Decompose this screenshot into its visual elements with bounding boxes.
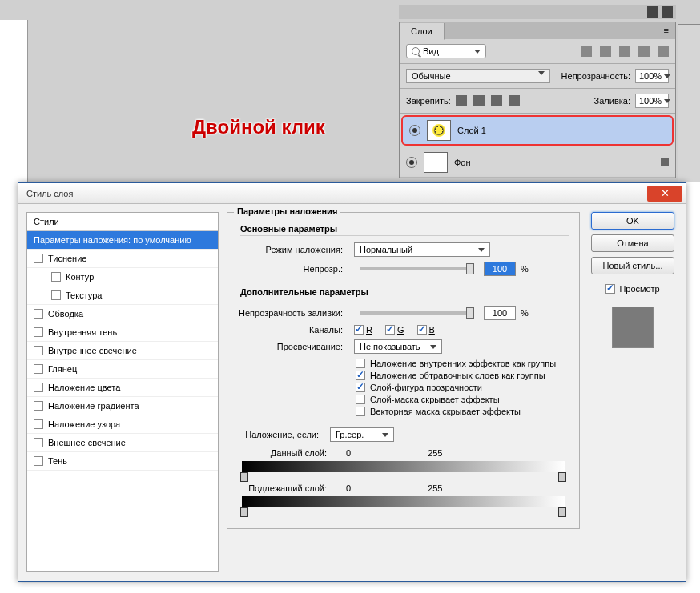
checkbox[interactable] bbox=[34, 456, 43, 466]
combo-value: Не показывать bbox=[360, 342, 420, 351]
layer-row[interactable]: Фон bbox=[400, 147, 675, 178]
style-item-inner-glow[interactable]: Внутреннее свечение bbox=[27, 342, 218, 360]
adv-check-0[interactable] bbox=[356, 359, 365, 368]
layers-tab[interactable]: Слои bbox=[400, 23, 445, 40]
lock-transparency-icon[interactable] bbox=[456, 95, 467, 106]
style-item-satin[interactable]: Глянец bbox=[27, 360, 218, 379]
this-layer-gradient[interactable] bbox=[242, 461, 565, 472]
opacity-slider[interactable] bbox=[360, 267, 473, 270]
new-style-button[interactable]: Новый стиль... bbox=[591, 257, 674, 274]
checkbox[interactable] bbox=[51, 272, 61, 282]
style-item-pattern-overlay[interactable]: Наложение узора bbox=[27, 415, 218, 434]
chevron-down-icon bbox=[538, 71, 545, 75]
layer-row-selected[interactable]: Слой 1 bbox=[401, 115, 674, 146]
search-icon bbox=[412, 47, 420, 55]
filter-smart-icon[interactable] bbox=[658, 46, 669, 57]
checkbox[interactable] bbox=[51, 290, 61, 300]
style-item-contour[interactable]: Контур bbox=[27, 268, 218, 286]
lock-all-icon[interactable] bbox=[509, 95, 520, 106]
opacity-input[interactable]: 100% bbox=[635, 69, 669, 83]
checkbox[interactable] bbox=[34, 364, 43, 374]
adv-check-label: Наложение внутренних эффектов как группы bbox=[370, 359, 556, 368]
style-item-drop-shadow[interactable]: Тень bbox=[27, 452, 218, 471]
adv-check-2[interactable] bbox=[356, 383, 365, 392]
gradient-stop-black[interactable] bbox=[240, 507, 248, 517]
fill-opacity-slider[interactable] bbox=[360, 311, 473, 315]
panel-top-icons bbox=[399, 5, 676, 19]
visibility-icon[interactable] bbox=[409, 125, 420, 136]
slider-thumb[interactable] bbox=[466, 263, 474, 274]
filter-shape-icon[interactable] bbox=[638, 46, 650, 57]
style-item-stroke[interactable]: Обводка bbox=[27, 305, 218, 323]
under-layer-gradient[interactable] bbox=[242, 496, 565, 507]
group-title: Параметры наложения bbox=[234, 206, 340, 216]
collapse-icon[interactable] bbox=[647, 6, 658, 18]
adv-check-label: Векторная маска скрывает эффекты bbox=[370, 407, 521, 416]
fill-input[interactable]: 100% bbox=[635, 94, 669, 108]
preview-swatch bbox=[612, 307, 654, 348]
layer-thumbnail[interactable] bbox=[424, 152, 448, 173]
panel-menu-icon[interactable]: ≡ bbox=[658, 22, 675, 39]
channel-g-checkbox[interactable] bbox=[385, 325, 395, 335]
checkbox[interactable] bbox=[34, 438, 43, 447]
style-item-inner-shadow[interactable]: Внутренняя тень bbox=[27, 323, 218, 342]
ok-button[interactable]: OK bbox=[591, 212, 674, 230]
gradient-stop-black[interactable] bbox=[240, 472, 248, 482]
adv-check-label: Наложение обтравочных слоев как группы bbox=[370, 371, 545, 380]
lock-pixels-icon[interactable] bbox=[473, 95, 485, 106]
channel-r-checkbox[interactable] bbox=[354, 325, 364, 335]
adv-check-1[interactable] bbox=[356, 371, 365, 380]
visibility-icon[interactable] bbox=[406, 157, 417, 168]
style-item-gradient-overlay[interactable]: Наложение градиента bbox=[27, 397, 218, 415]
checkbox[interactable] bbox=[34, 327, 43, 337]
gradient-stop-white[interactable] bbox=[558, 507, 566, 517]
channel-b-checkbox[interactable] bbox=[417, 325, 427, 335]
close-panel-icon[interactable] bbox=[662, 6, 673, 18]
cancel-button[interactable]: Отмена bbox=[591, 234, 674, 252]
blend-mode-label: Режим наложения: bbox=[237, 245, 349, 254]
style-item-texture[interactable]: Текстура bbox=[27, 286, 218, 305]
style-label: Наложение градиента bbox=[48, 401, 139, 411]
style-item-blending-options[interactable]: Параметры наложения: по умолчанию bbox=[27, 231, 218, 250]
fill-opacity-input[interactable]: 100 bbox=[484, 306, 516, 320]
fill-label: Заливка: bbox=[594, 96, 630, 106]
knockout-combo[interactable]: Не показывать bbox=[354, 339, 442, 354]
opacity-input[interactable]: 100 bbox=[484, 262, 516, 276]
adv-check-label: Слой-фигура прозрачности bbox=[370, 383, 482, 392]
checkbox[interactable] bbox=[34, 309, 43, 319]
close-button[interactable]: ✕ bbox=[647, 186, 682, 202]
adv-check-4[interactable] bbox=[356, 407, 365, 416]
preview-checkbox[interactable] bbox=[605, 284, 615, 294]
style-item-outer-glow[interactable]: Внешнее свечение bbox=[27, 434, 218, 452]
style-label: Контур bbox=[66, 272, 94, 282]
checkbox[interactable] bbox=[34, 346, 43, 355]
checkbox[interactable] bbox=[34, 254, 43, 263]
filter-pixel-icon[interactable] bbox=[581, 46, 592, 57]
lock-position-icon[interactable] bbox=[491, 95, 502, 106]
layer-name-label[interactable]: Слой 1 bbox=[457, 126, 666, 135]
style-label: Тень bbox=[48, 456, 67, 466]
layer-filter-select[interactable]: Вид bbox=[406, 44, 486, 58]
style-item-color-overlay[interactable]: Наложение цвета bbox=[27, 379, 218, 397]
layer-style-dialog: Стиль слоя ✕ Стили Параметры наложения: … bbox=[18, 182, 686, 582]
layer-thumbnail[interactable] bbox=[427, 120, 451, 141]
style-item-bevel[interactable]: Тиснение bbox=[27, 250, 218, 268]
filter-text-icon[interactable] bbox=[619, 46, 630, 57]
fill-opacity-label: Непрозрачность заливки: bbox=[237, 308, 349, 318]
this-layer-label: Данный слой: bbox=[237, 448, 333, 458]
checkbox[interactable] bbox=[34, 419, 43, 429]
adv-check-label: Слой-маска скрывает эффекты bbox=[370, 395, 500, 404]
blendif-combo[interactable]: Гр.сер. bbox=[330, 427, 394, 442]
adv-check-3[interactable] bbox=[356, 395, 365, 404]
gradient-stop-white[interactable] bbox=[558, 472, 566, 482]
filter-adjust-icon[interactable] bbox=[600, 46, 611, 57]
callout-annotation: Двойной клик bbox=[192, 116, 325, 138]
checkbox[interactable] bbox=[34, 383, 43, 392]
slider-thumb[interactable] bbox=[466, 307, 474, 319]
opacity-label: Непрозрачность: bbox=[561, 71, 630, 81]
dialog-titlebar[interactable]: Стиль слоя ✕ bbox=[18, 183, 686, 204]
blend-mode-combo[interactable]: Нормальный bbox=[354, 242, 490, 257]
checkbox[interactable] bbox=[34, 401, 43, 411]
blend-mode-select[interactable]: Обычные bbox=[406, 69, 550, 83]
layer-name-label[interactable]: Фон bbox=[454, 158, 654, 167]
